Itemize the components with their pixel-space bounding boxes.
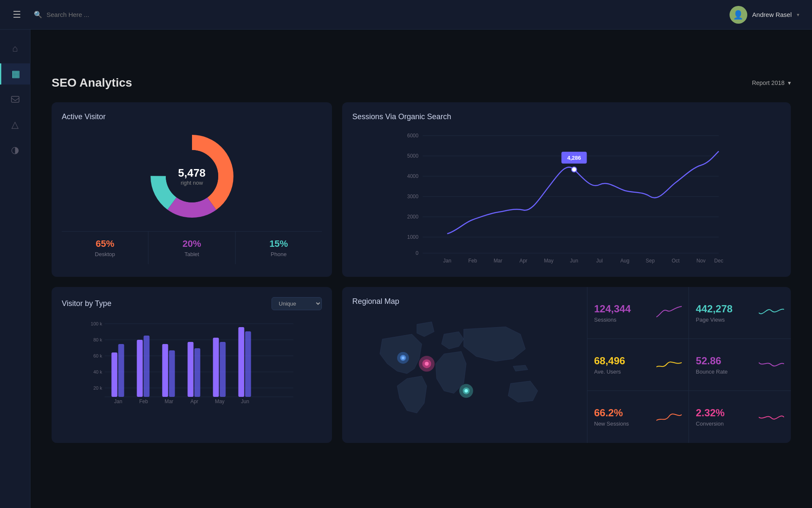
world-map-svg <box>352 314 580 433</box>
pageviews-spark <box>759 304 784 321</box>
page-header: SEO Analytics Report 2018 ▾ <box>52 76 791 90</box>
user-dropdown-arrow[interactable]: ▾ <box>797 12 799 18</box>
stat-bounce: 52.86 Bounce Rate <box>689 339 791 391</box>
svg-rect-52 <box>195 348 200 397</box>
search-input[interactable] <box>47 11 173 18</box>
donut-number: 5,478 <box>178 167 206 180</box>
svg-text:Apr: Apr <box>190 399 198 404</box>
stat-sessions: 124,344 Sessions <box>587 287 689 339</box>
svg-point-71 <box>464 389 468 393</box>
bounce-spark <box>759 356 784 373</box>
svg-text:40 k: 40 k <box>93 369 102 374</box>
bar-chart-wrap: 100 k 80 k 60 k 40 k 20 k <box>62 319 322 413</box>
map-placeholder <box>352 314 580 433</box>
user-area: 👤 Andrew Rasel ▾ <box>730 6 799 24</box>
conversion-spark <box>759 409 784 426</box>
svg-text:Mar: Mar <box>165 399 173 404</box>
svg-text:Sep: Sep <box>646 258 655 264</box>
sidebar-item-home[interactable]: ⌂ <box>3 38 27 59</box>
sidebar-item-dashboard[interactable]: ▦ <box>0 63 30 85</box>
sessions-label: Sessions <box>594 317 631 323</box>
svg-text:Nov: Nov <box>697 258 705 264</box>
report-label: Report 2018 <box>752 79 785 86</box>
device-stat-tablet: 20% Tablet <box>148 232 235 264</box>
svg-text:Dec: Dec <box>714 258 723 264</box>
hamburger-icon[interactable]: ☰ <box>13 9 21 20</box>
sidebar-item-alerts[interactable]: △ <box>3 114 27 135</box>
active-visitor-title: Active Visitor <box>62 112 322 121</box>
svg-text:3000: 3000 <box>407 194 419 199</box>
visitor-type-select[interactable]: Unique Returning New <box>272 297 322 310</box>
search-area: 🔍 <box>34 11 730 19</box>
regional-stats-card: Regional Map <box>342 287 791 443</box>
svg-point-68 <box>425 362 428 366</box>
regional-map-title: Regional Map <box>352 297 580 306</box>
sidebar: ⌂ ▦ △ ◑ <box>0 30 30 508</box>
svg-rect-46 <box>118 344 124 397</box>
svg-text:May: May <box>215 399 225 404</box>
bounce-label: Bounce Rate <box>696 369 727 375</box>
svg-text:Jan: Jan <box>114 399 122 404</box>
conversion-label: Conversion <box>696 421 724 427</box>
bar-chart-header: Visitor by Type Unique Returning New <box>62 297 322 310</box>
svg-rect-0 <box>11 96 19 102</box>
phone-label: Phone <box>240 251 318 257</box>
svg-text:6000: 6000 <box>407 133 419 139</box>
svg-rect-47 <box>137 340 143 397</box>
svg-text:1000: 1000 <box>407 234 419 240</box>
device-stat-phone: 15% Phone <box>236 232 322 264</box>
users-label: Ave. Users <box>594 369 625 375</box>
sessions-spark <box>656 304 682 321</box>
visitor-type-title: Visitor by Type <box>62 299 111 308</box>
conversion-value: 2.32% <box>696 407 724 419</box>
new-sessions-value: 66.2% <box>594 407 629 419</box>
organic-search-card: Sessions Via Organic Search 6000 5000 40… <box>342 102 791 277</box>
phone-pct: 15% <box>240 238 318 249</box>
report-dropdown-arrow: ▾ <box>788 79 791 86</box>
svg-text:Jul: Jul <box>596 258 603 264</box>
sessions-value: 124,344 <box>594 303 631 315</box>
svg-rect-48 <box>144 336 150 397</box>
search-icon: 🔍 <box>34 11 42 19</box>
bottom-right-container: Regional Map <box>342 287 791 443</box>
donut-center: 5,478 right now <box>178 167 206 186</box>
stat-users: 68,496 Ave. Users <box>587 339 689 391</box>
svg-rect-49 <box>162 344 168 397</box>
bar-chart-svg: 100 k 80 k 60 k 40 k 20 k <box>62 319 322 412</box>
svg-rect-53 <box>213 338 219 397</box>
organic-search-title: Sessions Via Organic Search <box>352 112 781 121</box>
svg-text:Jun: Jun <box>241 399 249 404</box>
donut-chart: 5,478 right now <box>62 130 322 223</box>
svg-text:Apr: Apr <box>519 258 527 264</box>
svg-text:Feb: Feb <box>139 399 148 404</box>
stat-new-sessions: 66.2% New Sessions <box>587 391 689 443</box>
report-selector[interactable]: Report 2018 ▾ <box>752 79 791 86</box>
sidebar-item-reports[interactable]: ◑ <box>3 139 27 161</box>
new-sessions-label: New Sessions <box>594 421 629 427</box>
svg-rect-50 <box>169 350 175 397</box>
main-content: SEO Analytics Report 2018 ▾ Active Visit… <box>30 59 812 508</box>
top-grid: Active Visitor 5,478 right now <box>52 102 791 277</box>
stats-grid: 124,344 Sessions 442,278 Page Views <box>587 287 791 443</box>
svg-text:Jun: Jun <box>570 258 578 264</box>
users-spark <box>656 356 682 373</box>
new-sessions-spark <box>656 409 682 426</box>
svg-text:2000: 2000 <box>407 214 419 220</box>
line-chart-wrap: 6000 5000 4000 3000 2000 1000 0 <box>352 130 781 267</box>
svg-text:0: 0 <box>416 250 419 256</box>
svg-rect-51 <box>188 342 194 397</box>
svg-rect-56 <box>245 331 251 397</box>
svg-point-21 <box>572 167 577 172</box>
svg-point-65 <box>402 356 405 359</box>
pageviews-value: 442,278 <box>696 303 732 315</box>
desktop-label: Desktop <box>66 251 144 257</box>
donut-label: right now <box>178 180 206 186</box>
svg-text:4,286: 4,286 <box>567 155 581 161</box>
line-chart-svg: 6000 5000 4000 3000 2000 1000 0 <box>352 130 781 265</box>
svg-text:4000: 4000 <box>407 173 419 179</box>
stat-pageviews: 442,278 Page Views <box>689 287 791 339</box>
users-value: 68,496 <box>594 355 625 367</box>
avatar: 👤 <box>730 6 747 24</box>
sidebar-item-inbox[interactable] <box>3 89 27 110</box>
svg-text:Oct: Oct <box>672 258 680 264</box>
